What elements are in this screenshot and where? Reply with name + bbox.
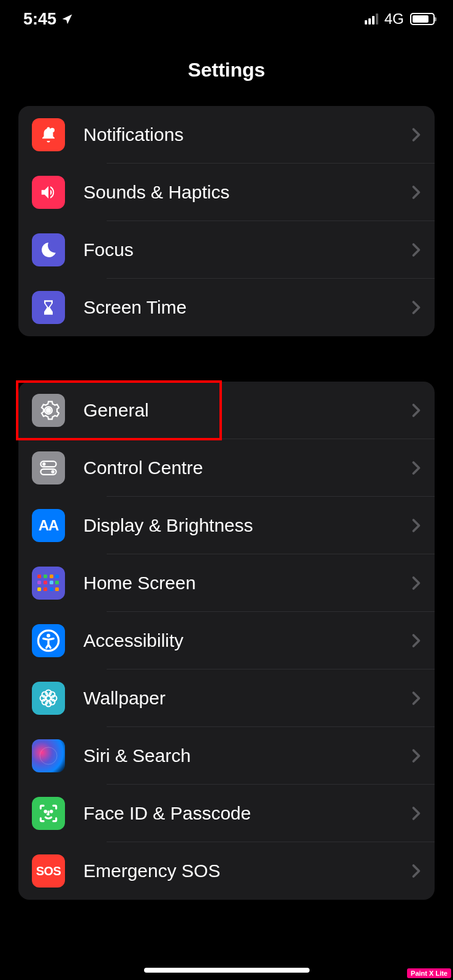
- status-time: 5:45: [23, 10, 56, 29]
- settings-group: NotificationsSounds & HapticsFocusScreen…: [18, 106, 435, 336]
- flower-icon: [32, 682, 65, 715]
- bell-icon: [32, 118, 65, 151]
- chevron-right-icon: [411, 633, 421, 648]
- settings-row-screentime[interactable]: Screen Time: [18, 279, 435, 336]
- chevron-right-icon: [411, 748, 421, 763]
- chevron-right-icon: [411, 243, 421, 257]
- svg-point-3: [42, 462, 45, 466]
- signal-icon: [365, 13, 378, 24]
- settings-row-notifications[interactable]: Notifications: [18, 106, 435, 164]
- chevron-right-icon: [411, 185, 421, 200]
- chevron-right-icon: [411, 806, 421, 821]
- svg-point-18: [45, 811, 47, 813]
- row-label: Screen Time: [83, 297, 411, 318]
- row-label: Siri & Search: [83, 745, 411, 766]
- location-icon: [61, 13, 74, 25]
- speaker-icon: [32, 176, 65, 209]
- settings-row-sounds[interactable]: Sounds & Haptics: [18, 164, 435, 221]
- row-label: Control Centre: [83, 458, 411, 478]
- chevron-right-icon: [411, 576, 421, 590]
- svg-point-17: [40, 747, 57, 764]
- apps-icon: [32, 567, 65, 600]
- chevron-right-icon: [411, 691, 421, 706]
- row-label: Emergency SOS: [83, 861, 411, 881]
- chevron-right-icon: [411, 403, 421, 418]
- settings-row-wallpaper[interactable]: Wallpaper: [18, 669, 435, 727]
- settings-row-faceid[interactable]: Face ID & Passcode: [18, 785, 435, 842]
- siri-icon: [32, 739, 65, 772]
- header: Settings: [0, 36, 453, 106]
- row-label: Sounds & Haptics: [83, 182, 411, 203]
- chevron-right-icon: [411, 864, 421, 878]
- settings-row-display[interactable]: AADisplay & Brightness: [18, 497, 435, 554]
- settings-row-focus[interactable]: Focus: [18, 221, 435, 279]
- row-label: Display & Brightness: [83, 515, 411, 536]
- battery-icon: [410, 13, 435, 25]
- svg-point-1: [46, 408, 51, 413]
- accessibility-icon: [32, 624, 65, 657]
- settings-row-sos[interactable]: SOSEmergency SOS: [18, 842, 435, 900]
- home-indicator[interactable]: [144, 968, 310, 973]
- row-label: Notifications: [83, 124, 411, 145]
- moon-icon: [32, 233, 65, 266]
- hourglass-icon: [32, 291, 65, 324]
- row-label: Home Screen: [83, 573, 411, 594]
- row-label: Focus: [83, 239, 411, 260]
- aa-icon: AA: [32, 509, 65, 542]
- watermark: Paint X Lite: [407, 968, 451, 978]
- sos-icon: SOS: [32, 854, 65, 888]
- face-icon: [32, 797, 65, 830]
- gear-icon: [32, 394, 65, 427]
- svg-point-0: [50, 128, 55, 133]
- settings-row-controlcentre[interactable]: Control Centre: [18, 439, 435, 497]
- svg-point-5: [51, 470, 55, 473]
- chevron-right-icon: [411, 518, 421, 533]
- settings-row-siri[interactable]: Siri & Search: [18, 727, 435, 785]
- chevron-right-icon: [411, 461, 421, 475]
- settings-row-general[interactable]: General: [18, 382, 435, 439]
- switches-icon: [32, 451, 65, 484]
- status-bar: 5:45 4G: [0, 0, 453, 36]
- row-label: Face ID & Passcode: [83, 803, 411, 824]
- page-title: Settings: [0, 59, 453, 81]
- chevron-right-icon: [411, 127, 421, 142]
- svg-point-7: [47, 634, 50, 638]
- network-label: 4G: [384, 10, 404, 28]
- status-indicators: 4G: [365, 10, 435, 28]
- settings-row-accessibility[interactable]: Accessibility: [18, 612, 435, 669]
- row-label: Accessibility: [83, 630, 411, 651]
- status-time-container: 5:45: [23, 10, 74, 29]
- row-label: General: [83, 400, 411, 421]
- settings-group: GeneralControl CentreAADisplay & Brightn…: [18, 382, 435, 900]
- settings-row-homescreen[interactable]: Home Screen: [18, 554, 435, 612]
- svg-point-19: [50, 811, 52, 813]
- chevron-right-icon: [411, 300, 421, 315]
- row-label: Wallpaper: [83, 688, 411, 709]
